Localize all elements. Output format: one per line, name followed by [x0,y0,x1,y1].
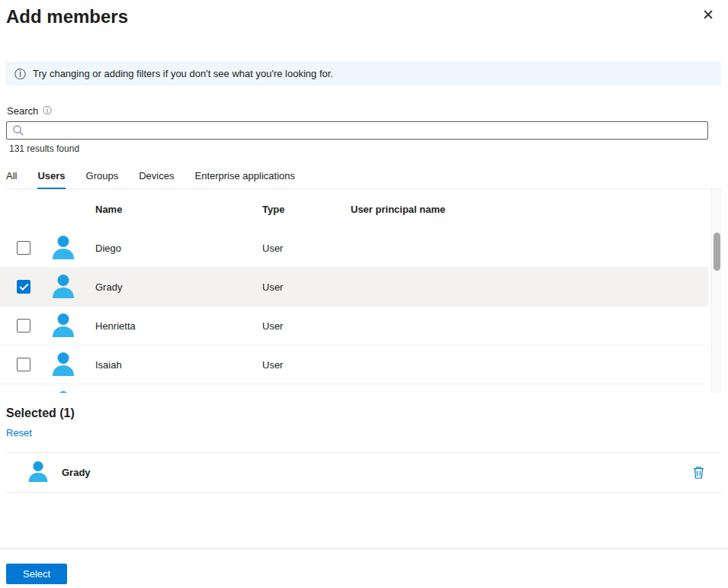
result-tabs: All Users Groups Devices Enterprise appl… [6,167,721,189]
column-header-type: Type [249,204,338,215]
tab-users[interactable]: Users [37,167,65,188]
user-type: User [249,281,338,293]
page-title: Add members [6,6,722,27]
info-banner-text: Try changing or adding filters if you do… [33,68,333,79]
scrollbar-track[interactable] [711,189,721,393]
tab-all[interactable]: All [6,167,17,188]
user-type: User [249,320,338,332]
tab-enterprise-applications[interactable]: Enterprise applications [194,167,295,188]
panel-header: Add members [0,0,728,27]
user-type: User [249,359,338,371]
search-input[interactable] [6,121,708,140]
search-label: Search [7,105,38,117]
reset-link[interactable]: Reset [6,427,32,439]
results-count: 131 results found [9,143,708,154]
trash-icon[interactable] [693,466,704,479]
panel-footer: Select [0,548,728,588]
scrollbar-thumb[interactable] [714,233,720,271]
select-button[interactable]: Select [6,564,67,584]
table-header-row: Name Type User principal name [0,189,708,229]
search-block: Search ⓘ 131 results found [6,104,708,154]
user-name: Isaiah [82,359,249,371]
row-checkbox[interactable] [17,241,30,255]
table-row-partial[interactable] [0,384,708,393]
selected-list: Grady [6,452,721,493]
tab-groups[interactable]: Groups [86,167,119,188]
add-members-panel: Add members ✕ ⓘ Try changing or adding f… [0,0,728,588]
search-info-icon[interactable]: ⓘ [43,104,52,117]
row-checkbox[interactable] [17,280,30,294]
user-avatar-icon [27,459,50,487]
info-icon: ⓘ [14,68,26,79]
user-avatar-icon [50,389,76,394]
column-header-name: Name [82,204,249,215]
table-row[interactable]: Diego User [0,229,708,268]
user-name: Henrietta [82,320,249,332]
table-row[interactable]: Isaiah User [0,345,708,384]
user-type: User [249,243,338,254]
close-icon[interactable]: ✕ [702,8,714,22]
tab-devices[interactable]: Devices [139,167,174,188]
user-name: Diego [82,243,249,254]
info-banner: ⓘ Try changing or adding filters if you … [6,62,721,85]
selected-section: Selected (1) Reset Grady [6,406,721,493]
user-name: Grady [82,281,249,293]
user-avatar-icon [50,272,76,302]
row-checkbox[interactable] [17,358,30,371]
search-icon [12,124,24,140]
column-header-upn: User principal name [338,204,708,215]
results-table: Name Type User principal name Diego User [0,189,708,393]
selected-item-row: Grady [6,453,721,493]
user-avatar-icon [50,233,76,263]
user-avatar-icon [50,311,76,341]
selected-count-title: Selected (1) [6,406,721,420]
selected-user-name: Grady [62,467,91,478]
table-row[interactable]: Henrietta User [0,307,708,345]
user-avatar-icon [50,350,76,380]
table-row[interactable]: Grady User [0,268,708,307]
row-checkbox[interactable] [17,319,30,333]
